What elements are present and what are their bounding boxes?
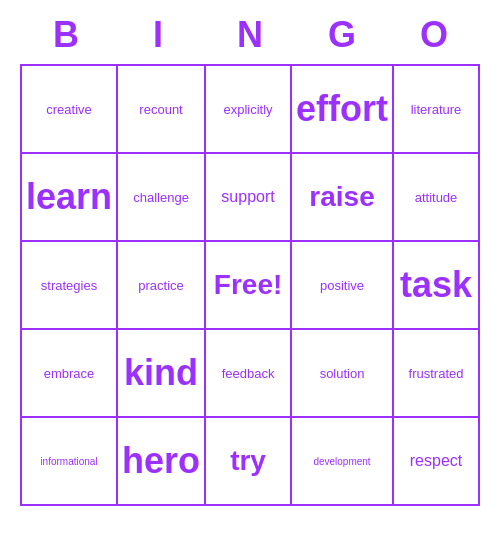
bingo-cell: attitude xyxy=(394,154,480,242)
bingo-cell: positive xyxy=(292,242,394,330)
bingo-cell: task xyxy=(394,242,480,330)
bingo-header: BINGO xyxy=(20,10,480,60)
bingo-cell: challenge xyxy=(118,154,206,242)
bingo-cell: respect xyxy=(394,418,480,506)
bingo-cell: explicitly xyxy=(206,66,292,154)
bingo-cell: learn xyxy=(22,154,118,242)
header-letter: G xyxy=(296,10,388,60)
bingo-cell: informational xyxy=(22,418,118,506)
bingo-grid: creativerecountexplicitlyeffortliteratur… xyxy=(20,64,480,506)
bingo-cell: effort xyxy=(292,66,394,154)
bingo-cell: support xyxy=(206,154,292,242)
bingo-cell: strategies xyxy=(22,242,118,330)
bingo-cell: hero xyxy=(118,418,206,506)
bingo-cell: literature xyxy=(394,66,480,154)
bingo-cell: try xyxy=(206,418,292,506)
header-letter: B xyxy=(20,10,112,60)
header-letter: N xyxy=(204,10,296,60)
bingo-cell: Free! xyxy=(206,242,292,330)
bingo-cell: recount xyxy=(118,66,206,154)
bingo-cell: development xyxy=(292,418,394,506)
header-letter: I xyxy=(112,10,204,60)
bingo-cell: practice xyxy=(118,242,206,330)
bingo-cell: kind xyxy=(118,330,206,418)
bingo-cell: raise xyxy=(292,154,394,242)
bingo-cell: frustrated xyxy=(394,330,480,418)
bingo-cell: embrace xyxy=(22,330,118,418)
header-letter: O xyxy=(388,10,480,60)
bingo-cell: feedback xyxy=(206,330,292,418)
bingo-cell: solution xyxy=(292,330,394,418)
bingo-cell: creative xyxy=(22,66,118,154)
